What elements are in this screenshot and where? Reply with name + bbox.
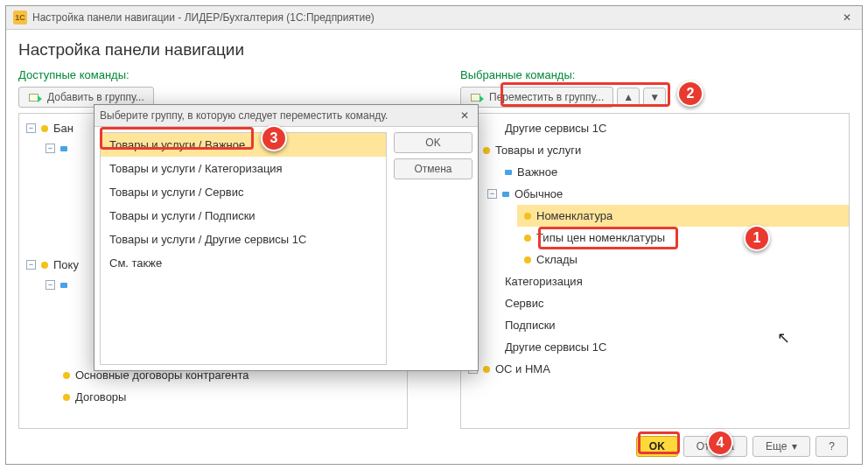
folder-icon <box>505 170 512 175</box>
folder-icon <box>41 262 48 269</box>
more-button[interactable]: Еще ▾ <box>752 436 810 457</box>
tree-node-agreements[interactable]: Договоры <box>56 386 407 408</box>
ok-button[interactable]: OK <box>636 436 678 457</box>
move-to-group-label: Переместить в группу... <box>489 91 604 103</box>
list-item[interactable]: Товары и услуги / Другие сервисы 1С <box>101 228 386 251</box>
collapse-icon[interactable]: − <box>46 144 55 153</box>
item-icon <box>63 394 70 401</box>
tree-node-regular[interactable]: − Обычное <box>480 183 849 205</box>
folder-icon <box>60 283 67 288</box>
tree-node-service[interactable]: Сервис <box>498 292 849 314</box>
page-title: Настройка панели навигации <box>18 40 850 60</box>
tree-label: Другие сервисы 1С <box>505 340 606 354</box>
item-icon <box>524 213 531 220</box>
cursor-icon: ↖ <box>777 328 790 347</box>
tree-node-os-nma[interactable]: − ОС и НМА <box>461 358 849 380</box>
window-title: Настройка панели навигации - ЛИДЕР/Бухга… <box>32 11 374 24</box>
list-item[interactable]: Товары и услуги / Категоризация <box>101 157 386 180</box>
collapse-icon[interactable]: − <box>26 123 36 133</box>
tree-node-price-types[interactable]: Типы цен номенклатуры <box>517 227 849 249</box>
tree-label: Обычное <box>514 187 563 200</box>
tree-label: Типы цен номенклатуры <box>536 231 665 244</box>
move-down-button[interactable]: ▼ <box>643 88 666 107</box>
tree-label: Склады <box>536 253 578 266</box>
collapse-icon[interactable]: − <box>487 189 497 199</box>
tree-label: Категоризация <box>505 275 583 288</box>
tree-label: ОС и НМА <box>495 362 550 375</box>
callout-marker-2: 2 <box>677 81 704 107</box>
add-to-group-label: Добавить в группу... <box>47 91 144 103</box>
titlebar: 1C Настройка панели навигации - ЛИДЕР/Бу… <box>6 6 862 30</box>
dialog-close-icon[interactable]: ✕ <box>457 108 472 123</box>
selected-label: Выбранные команды: <box>460 68 850 81</box>
move-up-button[interactable]: ▲ <box>617 88 640 107</box>
item-icon <box>63 372 70 379</box>
dialog-title: Выберите группу, в которую следует перем… <box>100 109 388 122</box>
more-label: Еще <box>766 440 787 452</box>
callout-marker-1: 1 <box>744 225 770 251</box>
help-button[interactable]: ? <box>816 436 848 457</box>
tree-label: Важное <box>517 165 557 179</box>
list-item[interactable]: См. также <box>101 251 386 275</box>
tree-label: Сервис <box>505 297 544 310</box>
available-label: Доступные команды: <box>18 68 408 81</box>
group-list[interactable]: Товары и услуги / Важное Товары и услуги… <box>100 132 387 365</box>
list-item[interactable]: Товары и услуги / Подписки <box>101 204 386 228</box>
selected-tree[interactable]: Другие сервисы 1С − Товары и услуги Важн… <box>460 113 850 429</box>
tree-node-goods[interactable]: − Товары и услуги <box>461 139 849 161</box>
item-icon <box>524 235 531 242</box>
close-icon[interactable]: ✕ <box>839 10 855 25</box>
dialog-ok-button[interactable]: OK <box>394 132 472 153</box>
tree-node-important[interactable]: Важное <box>498 161 849 183</box>
tree-node-warehouses[interactable]: Склады <box>517 249 849 270</box>
folder-move-icon <box>470 91 484 103</box>
collapse-icon[interactable]: − <box>46 280 55 290</box>
tree-node-subscriptions[interactable]: Подписки <box>498 314 849 336</box>
folder-icon <box>60 146 67 151</box>
chevron-down-icon: ▾ <box>792 440 797 452</box>
folder-icon <box>483 147 490 154</box>
tree-node[interactable]: Другие сервисы 1С <box>498 117 849 139</box>
tree-node-nomenclature[interactable]: Номенклатура <box>517 205 849 227</box>
item-icon <box>524 256 531 263</box>
tree-label: Другие сервисы 1С <box>505 122 606 135</box>
tree-node-categorization[interactable]: Категоризация <box>498 270 849 292</box>
callout-marker-3: 3 <box>261 125 287 151</box>
folder-icon <box>483 366 490 373</box>
move-to-group-button[interactable]: Переместить в группу... <box>460 87 613 108</box>
list-item[interactable]: Товары и услуги / Важное <box>101 133 386 157</box>
tree-label: Бан <box>53 122 74 135</box>
collapse-icon[interactable]: − <box>26 260 36 270</box>
tree-label: Договоры <box>75 390 126 403</box>
tree-label: Подписки <box>505 319 556 332</box>
folder-icon <box>41 125 48 132</box>
tree-node-other2[interactable]: Другие сервисы 1С <box>498 336 849 358</box>
app-icon: 1C <box>13 11 27 25</box>
tree-label: Товары и услуги <box>495 144 581 157</box>
dialog-titlebar: Выберите группу, в которую следует перем… <box>94 105 478 127</box>
arrow-down-icon: ▼ <box>649 91 660 103</box>
folder-icon <box>502 192 509 197</box>
dialog-cancel-button[interactable]: Отмена <box>394 158 472 179</box>
select-group-dialog: Выберите группу, в которую следует перем… <box>94 104 479 371</box>
list-item[interactable]: Товары и услуги / Сервис <box>101 180 386 204</box>
folder-plus-icon <box>28 91 42 103</box>
arrow-up-icon: ▲ <box>623 91 634 103</box>
tree-label: Поку <box>53 258 79 271</box>
callout-marker-4: 4 <box>707 430 733 456</box>
selected-commands-column: Выбранные команды: Переместить в группу.… <box>460 68 850 429</box>
tree-label: Номенклатура <box>536 209 612 222</box>
